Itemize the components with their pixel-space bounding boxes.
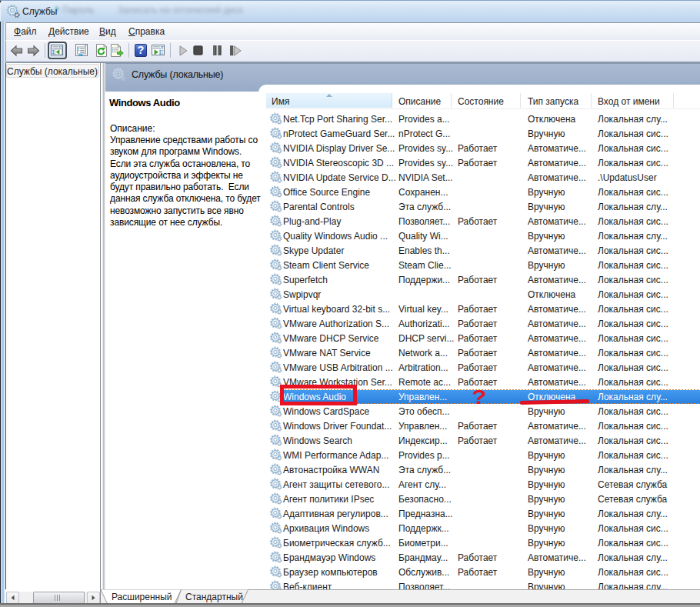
svg-text:?: ?: [138, 44, 145, 56]
